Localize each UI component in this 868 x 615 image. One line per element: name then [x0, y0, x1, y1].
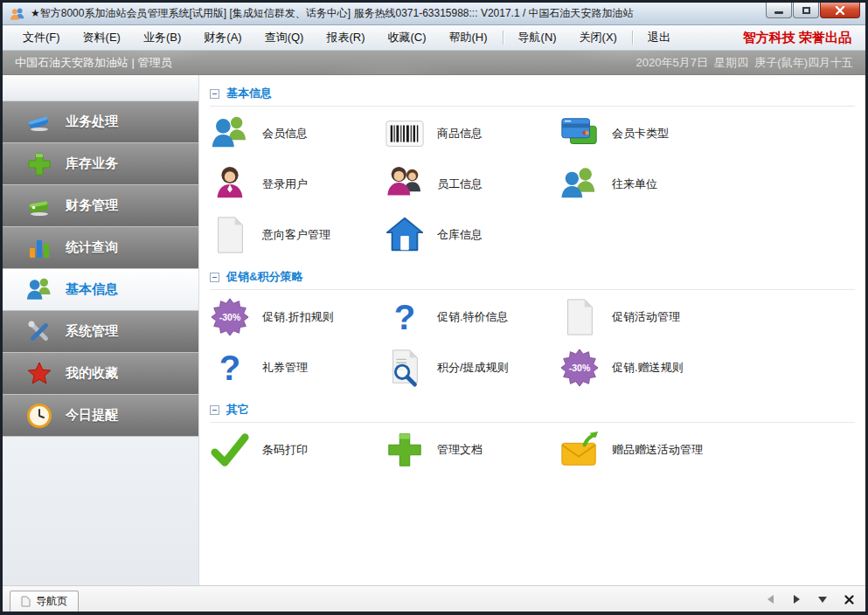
- menu-navigation[interactable]: 导航(N): [507, 26, 568, 49]
- section-grid-other: 条码打印 管理文档 赠品赠送活动管理: [210, 425, 857, 475]
- collapse-icon[interactable]: [210, 405, 219, 415]
- sidebar-item-today-reminder[interactable]: 今日提醒: [3, 395, 198, 437]
- section-title: 促销&积分策略: [226, 269, 302, 285]
- sidebar-item-system[interactable]: 系统管理: [3, 311, 198, 353]
- nav-item-promo-activity[interactable]: 促销活动管理: [559, 292, 734, 342]
- menu-separator: [503, 31, 503, 45]
- nav-item-gift-activity[interactable]: 赠品赠送活动管理: [559, 425, 734, 475]
- nav-item-label: 登录用户: [262, 176, 308, 192]
- nav-item-member-info[interactable]: 会员信息: [210, 108, 385, 159]
- staff-icon: [385, 164, 425, 204]
- nav-item-login-user[interactable]: 登录用户: [210, 159, 385, 210]
- nav-item-staff-info[interactable]: 员工信息: [385, 159, 559, 210]
- sidebar-item-label: 财务管理: [66, 197, 118, 214]
- nav-item-label: 会员卡类型: [612, 126, 669, 142]
- document-icon: [559, 297, 600, 337]
- minimize-button[interactable]: [766, 3, 792, 18]
- menu-data[interactable]: 资料(E): [72, 26, 132, 49]
- menu-business[interactable]: 业务(B): [132, 26, 192, 49]
- menu-favorites[interactable]: 收藏(C): [376, 26, 437, 49]
- sidebar-item-label: 我的收藏: [66, 365, 118, 382]
- star-icon: [25, 360, 53, 388]
- nav-item-label: 仓库信息: [437, 227, 483, 243]
- plus-icon: [25, 150, 53, 178]
- nav-item-coupon-management[interactable]: ? 礼券管理: [210, 342, 385, 393]
- sidebar-item-label: 系统管理: [66, 323, 118, 340]
- sidebar-item-statistics[interactable]: 统计查询: [3, 227, 198, 269]
- navigation-page: 基本信息 会员信息: [199, 75, 865, 585]
- member-cards-icon: [559, 114, 600, 154]
- nav-item-prospect-management[interactable]: 意向客户管理: [210, 210, 385, 260]
- restore-button[interactable]: [793, 3, 819, 18]
- close-icon: [835, 5, 845, 16]
- arrow-right-icon: [794, 595, 800, 604]
- sidebar-item-basic-info[interactable]: 基本信息: [3, 269, 198, 311]
- menu-query[interactable]: 查询(Q): [253, 26, 316, 49]
- close-icon: [844, 595, 854, 605]
- plus-icon: [385, 430, 425, 470]
- sidebar-item-inventory[interactable]: 库存业务: [3, 143, 198, 185]
- nav-item-label: 往来单位: [612, 176, 657, 192]
- menu-exit[interactable]: 退出: [636, 26, 682, 49]
- nav-item-member-card-type[interactable]: 会员卡类型: [559, 108, 734, 159]
- nav-item-barcode-print[interactable]: 条码打印: [210, 425, 385, 475]
- menu-finance[interactable]: 财务(A): [192, 26, 253, 49]
- section-header-other[interactable]: 其它: [210, 402, 855, 423]
- collapse-icon[interactable]: [210, 89, 219, 99]
- barcode-icon: [385, 114, 425, 154]
- question-icon: ?: [210, 348, 250, 388]
- title-bar: ★智方8000系加油站会员管理系统[试用版] [集成短信群发、话务中心] 服务热…: [3, 3, 865, 25]
- menu-report[interactable]: 报表(R): [315, 26, 376, 49]
- brand-text: 智方科技 荣誉出品: [743, 30, 857, 46]
- station-and-user: 中国石油天安路加油站 | 管理员: [15, 55, 172, 71]
- bottom-tab-bar: 导航页: [3, 585, 865, 612]
- close-button[interactable]: [820, 3, 860, 18]
- nav-item-manage-docs[interactable]: 管理文档: [385, 425, 559, 475]
- bar-chart-icon: [25, 234, 53, 262]
- sidebar: 业务处理 库存业务 财务管理: [3, 75, 199, 585]
- section-grid-basic-info: 会员信息 商品信息: [210, 108, 857, 260]
- sidebar-item-finance[interactable]: 财务管理: [3, 185, 198, 227]
- tab-scroll-right-button[interactable]: [788, 591, 804, 607]
- check-icon: [210, 430, 250, 470]
- clock-icon: [25, 402, 53, 430]
- menu-file[interactable]: 文件(F): [11, 26, 72, 49]
- question-icon: ?: [385, 297, 425, 337]
- nav-item-product-info[interactable]: 商品信息: [385, 108, 559, 159]
- nav-item-gift-rules[interactable]: -30% 促销.赠送规则: [559, 342, 734, 393]
- sidebar-item-label: 今日提醒: [66, 407, 118, 424]
- nav-item-warehouse-info[interactable]: 仓库信息: [385, 210, 559, 260]
- tab-list-dropdown-button[interactable]: [815, 591, 830, 607]
- sidebar-item-favorites[interactable]: 我的收藏: [3, 353, 198, 395]
- chevron-down-icon: [818, 597, 827, 603]
- sidebar-item-label: 基本信息: [66, 281, 118, 298]
- tab-navigation-page[interactable]: 导航页: [10, 591, 79, 612]
- nav-item-discount-rules[interactable]: -30% 促销.折扣规则: [210, 292, 385, 342]
- tab-label: 导航页: [36, 594, 67, 609]
- section-header-promo[interactable]: 促销&积分策略: [210, 269, 855, 290]
- sidebar-item-label: 库存业务: [66, 155, 118, 172]
- app-people-icon: [10, 7, 25, 21]
- nav-item-label: 促销.折扣规则: [262, 309, 334, 325]
- gift-rule-badge-icon: -30%: [559, 348, 600, 388]
- members-icon: [210, 114, 250, 154]
- tab-scroll-left-button[interactable]: [762, 591, 778, 607]
- section-header-basic-info[interactable]: 基本信息: [210, 86, 855, 107]
- tools-icon: [25, 318, 53, 346]
- nav-item-points-rules[interactable]: 积分/提成规则: [385, 342, 559, 393]
- collapse-icon[interactable]: [210, 273, 219, 282]
- sidebar-top-strip: [3, 75, 198, 101]
- menu-separator: [632, 31, 633, 45]
- minimize-icon: [774, 11, 783, 14]
- menu-close[interactable]: 关闭(X): [568, 26, 628, 49]
- nav-item-special-price[interactable]: ? 促销.特价信息: [385, 292, 559, 342]
- menu-help[interactable]: 帮助(H): [438, 26, 499, 49]
- sidebar-item-label: 业务处理: [66, 114, 118, 130]
- nav-item-partners[interactable]: 往来单位: [559, 159, 734, 210]
- sidebar-filler: [3, 437, 198, 585]
- window-controls: [766, 3, 860, 18]
- sidebar-item-business[interactable]: 业务处理: [3, 101, 198, 143]
- date-text: 2020年5月7日 星期四 庚子(鼠年)四月十五: [636, 55, 854, 71]
- menu-bar: 文件(F) 资料(E) 业务(B) 财务(A) 查询(Q) 报表(R) 收藏(C…: [3, 25, 865, 51]
- tab-close-button[interactable]: [841, 591, 857, 607]
